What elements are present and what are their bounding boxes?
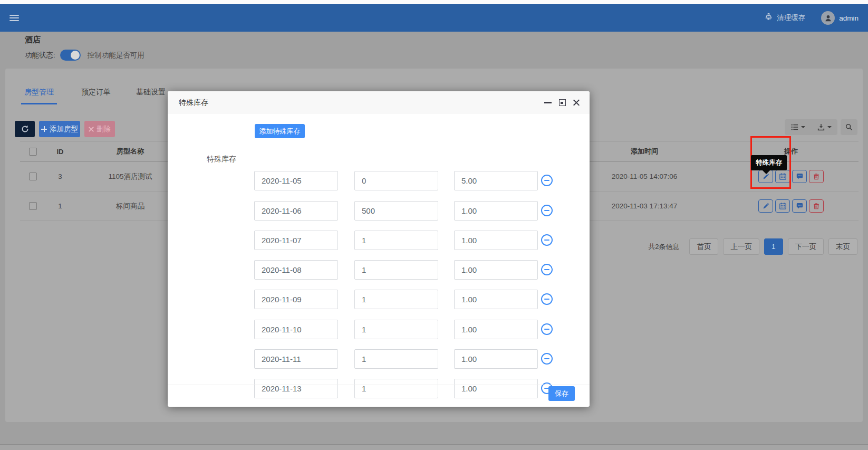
menu-toggle-icon[interactable] xyxy=(9,13,19,23)
price-input[interactable] xyxy=(454,320,538,339)
trash-icon xyxy=(813,173,819,180)
delete-button[interactable]: 删除 xyxy=(84,121,115,137)
pagination: 共2条信息 首页 上一页 1 下一页 末页 xyxy=(648,238,857,255)
price-input[interactable] xyxy=(454,231,538,250)
date-input[interactable] xyxy=(254,349,338,369)
comment-icon xyxy=(796,203,803,209)
comment-button[interactable] xyxy=(792,199,807,213)
add-special-inventory-button[interactable]: 添加特殊库存 xyxy=(255,124,305,138)
export-button[interactable] xyxy=(811,119,837,135)
remove-row-icon[interactable] xyxy=(541,353,553,365)
top-navbar: 清理缓存 admin xyxy=(0,4,868,32)
row-checkbox[interactable] xyxy=(29,173,37,180)
tab-bar: 房型管理 预定订单 基础设置 xyxy=(21,85,167,104)
page-prev-button[interactable]: 上一页 xyxy=(723,238,759,255)
refresh-button[interactable] xyxy=(15,121,35,137)
date-input[interactable] xyxy=(254,171,338,190)
special-inventory-button[interactable] xyxy=(775,199,790,213)
quantity-input[interactable] xyxy=(354,171,438,190)
add-room-type-button[interactable]: 添加房型 xyxy=(39,121,80,137)
list-view-icon xyxy=(791,123,798,131)
price-input[interactable] xyxy=(454,171,538,190)
special-inventory-modal: 特殊库存 添加特殊库存 特殊库存 xyxy=(168,91,590,407)
header-id: ID xyxy=(45,148,75,156)
column-view-button[interactable] xyxy=(785,119,811,135)
save-button[interactable]: 保存 xyxy=(548,386,575,401)
price-input[interactable] xyxy=(454,260,538,280)
status-label: 功能状态: xyxy=(25,51,55,60)
row-checkbox[interactable] xyxy=(29,202,37,210)
date-input[interactable] xyxy=(254,260,338,280)
export-icon xyxy=(817,123,825,131)
status-hint: 控制功能是否可用 xyxy=(88,51,144,60)
close-icon[interactable] xyxy=(573,99,580,106)
special-inventory-row xyxy=(168,260,590,280)
edit-button[interactable] xyxy=(758,199,773,213)
date-input[interactable] xyxy=(254,201,338,221)
feature-status-row: 功能状态: 控制功能是否可用 xyxy=(25,50,144,61)
delete-label: 删除 xyxy=(97,125,111,134)
quantity-input[interactable] xyxy=(354,290,438,309)
page-next-button[interactable]: 下一页 xyxy=(788,238,824,255)
comment-button[interactable] xyxy=(792,170,807,183)
tab-room-management[interactable]: 房型管理 xyxy=(21,85,57,104)
remove-row-icon[interactable] xyxy=(541,175,553,186)
remove-row-icon[interactable] xyxy=(541,323,553,335)
quantity-input[interactable] xyxy=(354,231,438,250)
cell-id: 1 xyxy=(45,202,75,210)
delete-row-button[interactable] xyxy=(809,170,824,183)
pencil-icon xyxy=(763,203,769,209)
special-inventory-row xyxy=(168,349,590,369)
minimize-icon[interactable] xyxy=(544,99,552,106)
page-last-button[interactable]: 末页 xyxy=(828,238,857,255)
date-input[interactable] xyxy=(254,231,338,250)
special-inventory-row xyxy=(168,171,590,190)
clear-cache-label: 清理缓存 xyxy=(777,13,805,23)
date-input[interactable] xyxy=(254,290,338,309)
special-inventory-field-label: 特殊库存 xyxy=(189,155,236,164)
modal-footer: 保存 xyxy=(168,385,590,407)
clear-cache-button[interactable]: 清理缓存 xyxy=(764,13,805,23)
page-title: 酒店 xyxy=(25,35,41,45)
plus-icon xyxy=(41,126,47,132)
cell-operations xyxy=(724,170,859,183)
x-icon xyxy=(89,127,94,132)
view-export-group xyxy=(785,119,837,135)
quantity-input[interactable] xyxy=(354,201,438,221)
price-input[interactable] xyxy=(454,290,538,309)
feature-toggle[interactable] xyxy=(60,50,81,61)
quantity-input[interactable] xyxy=(354,320,438,339)
remove-row-icon[interactable] xyxy=(541,293,553,305)
remove-row-icon[interactable] xyxy=(541,234,553,246)
page-number-button[interactable]: 1 xyxy=(764,238,783,255)
quantity-input[interactable] xyxy=(354,349,438,369)
date-input[interactable] xyxy=(254,320,338,339)
tab-basic-settings[interactable]: 基础设置 xyxy=(135,85,167,104)
price-input[interactable] xyxy=(454,349,538,369)
remove-row-icon[interactable] xyxy=(541,205,553,216)
modal-window-controls xyxy=(544,91,580,113)
toggle-knob xyxy=(71,51,80,60)
special-inventory-row xyxy=(168,290,590,309)
tab-reservation-orders[interactable]: 预定订单 xyxy=(80,85,112,104)
page-footer xyxy=(0,444,868,450)
caret-down-icon xyxy=(801,126,805,130)
modal-header: 特殊库存 xyxy=(168,91,590,113)
table-options xyxy=(785,119,857,135)
trash-icon xyxy=(813,203,819,209)
pagination-info: 共2条信息 xyxy=(648,242,679,252)
add-room-type-label: 添加房型 xyxy=(50,125,78,134)
page-first-button[interactable]: 首页 xyxy=(689,238,718,255)
delete-row-button[interactable] xyxy=(809,199,824,213)
cell-id: 3 xyxy=(45,173,75,180)
special-inventory-row xyxy=(168,201,590,221)
cell-operations xyxy=(724,199,859,213)
user-menu[interactable]: admin xyxy=(821,11,859,25)
special-inventory-row xyxy=(168,320,590,339)
maximize-icon[interactable] xyxy=(558,99,566,106)
select-all-checkbox[interactable] xyxy=(29,148,37,156)
quantity-input[interactable] xyxy=(354,260,438,280)
search-button[interactable] xyxy=(841,119,857,135)
remove-row-icon[interactable] xyxy=(541,264,553,275)
price-input[interactable] xyxy=(454,201,538,221)
